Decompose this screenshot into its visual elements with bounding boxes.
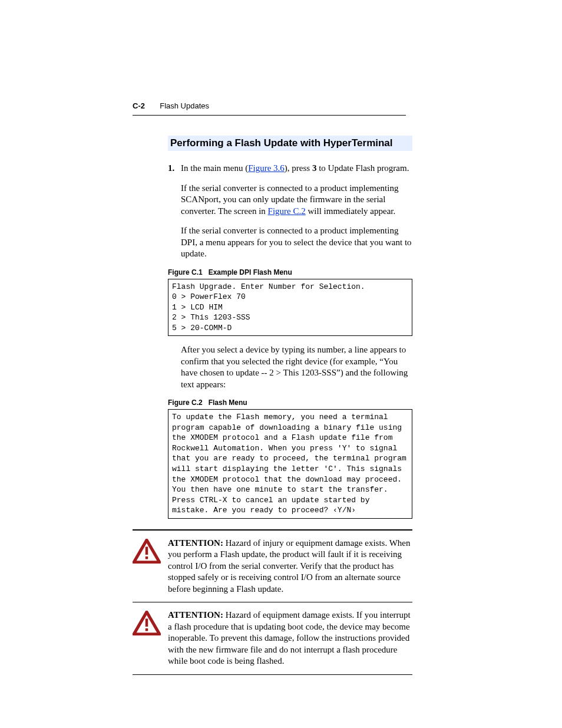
svg-rect-2	[146, 556, 148, 559]
paragraph: If the serial converter is connected to …	[181, 225, 412, 260]
page-header: C-2 Flash Updates	[133, 101, 406, 110]
figure-c-2-link[interactable]: Figure C.2	[268, 206, 306, 216]
attention-2: ATTENTION: Hazard of equipment damage ex…	[133, 606, 412, 671]
svg-rect-4	[146, 619, 148, 627]
warning-triangle-icon	[133, 610, 163, 638]
attention-section: ATTENTION: Hazard of injury or equipment…	[133, 529, 412, 675]
paragraph: If the serial converter is connected to …	[181, 183, 412, 218]
main-content: Performing a Flash Update with HyperTerm…	[168, 136, 412, 678]
svg-rect-1	[146, 546, 148, 555]
attention-2-text: ATTENTION: Hazard of equipment damage ex…	[168, 610, 412, 667]
figure-c1-label: Figure C.1 Example DPI Flash Menu	[168, 268, 412, 276]
paragraph: After you select a device by typing its …	[181, 344, 412, 390]
step-1: 1.In the main menu (Figure 3.6), press 3…	[181, 163, 412, 174]
svg-rect-5	[146, 628, 148, 631]
header-rule	[133, 115, 406, 116]
section-heading: Performing a Flash Update with HyperTerm…	[168, 136, 412, 151]
chapter-title: Flash Updates	[160, 101, 209, 110]
attention-1-text: ATTENTION: Hazard of injury or equipment…	[168, 538, 412, 595]
figure-3-6-link[interactable]: Figure 3.6	[248, 163, 285, 173]
rule	[133, 602, 412, 602]
document-page: C-2 Flash Updates Performing a Flash Upd…	[0, 0, 562, 728]
page-number: C-2	[133, 101, 145, 110]
rule	[133, 529, 412, 531]
warning-triangle-icon	[133, 538, 163, 566]
rule	[133, 674, 412, 675]
figure-c2-code: To update the Flash memory, you need a t…	[168, 409, 412, 518]
figure-c2-label: Figure C.2 Flash Menu	[168, 398, 412, 407]
attention-1: ATTENTION: Hazard of injury or equipment…	[133, 534, 412, 599]
figure-c1-code: Flash Upgrade. Enter Number for Selectio…	[168, 279, 412, 337]
step-number: 1.	[168, 163, 181, 174]
